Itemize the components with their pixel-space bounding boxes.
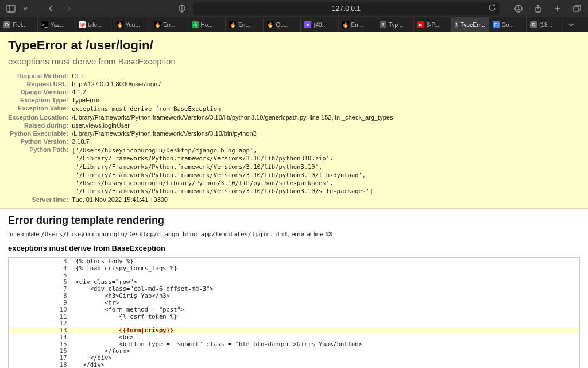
code-content: <form method = "post"> — [72, 306, 579, 313]
tab-label: Err... — [351, 22, 363, 28]
django-error-header: TypeError at /user/login/ exceptions mus… — [0, 32, 588, 209]
template-error-heading: Error during template rendering — [8, 214, 580, 227]
browser-tab[interactable]: 🔥Err... — [150, 17, 188, 32]
page-content[interactable]: TypeError at /user/login/ exceptions mus… — [0, 32, 588, 368]
browser-tab[interactable]: >_Yaz... — [38, 17, 76, 32]
browser-tab[interactable]: 1Typ... — [376, 17, 414, 32]
browser-tab[interactable]: 🔥Qu... — [264, 17, 301, 32]
browser-tab[interactable]: 🐙tale... — [75, 17, 113, 32]
meta-value: ['/Users/huseyincopuroglu/Desktop/django… — [72, 145, 393, 195]
browser-chrome: 127.0.0.1 DFiel...>_Yaz...🐙tale...🔥You..… — [0, 0, 588, 32]
tab-label: Qu... — [276, 22, 289, 28]
code-content: </div> — [72, 361, 579, 368]
line-number: 11 — [9, 313, 72, 320]
line-number: 4 — [9, 264, 72, 271]
code-line: 7 <div class="col-md-6 offset-md-3"> — [9, 285, 579, 292]
tab-overview-button[interactable] — [571, 2, 583, 15]
browser-tab[interactable]: ▶6-P... — [414, 17, 452, 32]
code-content: <br> — [72, 334, 579, 340]
address-text: 127.0.0.1 — [332, 5, 361, 13]
template-info-suffix: , error at line — [288, 231, 325, 237]
template-path: /Users/huseyincopuroglu/Desktop/django-b… — [41, 231, 288, 237]
browser-tab[interactable]: djHo... — [188, 17, 226, 32]
new-tab-button[interactable] — [551, 2, 564, 15]
tab-label: You... — [126, 22, 140, 28]
line-number: 17 — [9, 354, 72, 361]
tab-label: Ho... — [201, 22, 213, 28]
meta-key: Server time: — [8, 195, 72, 204]
browser-tab[interactable]: DFiel... — [0, 17, 38, 32]
code-content: </form> — [72, 347, 579, 354]
browser-tab[interactable]: 🔥You... — [113, 17, 151, 32]
meta-value: exceptions must derive from BaseExceptio… — [72, 104, 393, 113]
meta-row: Exception Location:/Library/Frameworks/P… — [8, 113, 393, 121]
meta-key: Raised during: — [8, 121, 72, 129]
template-error-info: In template /Users/huseyincopuroglu/Desk… — [8, 230, 580, 238]
share-button[interactable] — [532, 2, 544, 15]
meta-row: Django Version:4.1.2 — [8, 88, 393, 96]
browser-tab[interactable]: 1TypeErr... — [451, 17, 489, 32]
meta-row: Python Executable:/Library/Frameworks/Py… — [8, 129, 393, 137]
tab-overflow-button[interactable] — [564, 17, 578, 32]
tab-bar: DFiel...>_Yaz...🐙tale...🔥You...🔥Err...dj… — [0, 17, 588, 32]
downloads-button[interactable] — [512, 2, 525, 15]
tab-favicon: ▶ — [417, 21, 424, 28]
meta-key: Python Executable: — [8, 129, 72, 137]
address-bar[interactable]: 127.0.0.1 — [193, 2, 500, 15]
meta-row: Server time:Tue, 01 Nov 2022 15:41:41 +0… — [8, 195, 393, 204]
svg-rect-0 — [7, 5, 15, 12]
code-line-highlighted: 13 {{form|crispy}} — [9, 327, 579, 334]
tab-favicon: D — [530, 21, 537, 28]
tab-favicon: >_ — [41, 21, 48, 28]
line-number: 10 — [9, 306, 72, 313]
line-number: 6 — [9, 278, 72, 285]
error-subtitle: exceptions must derive from BaseExceptio… — [8, 56, 580, 72]
tab-favicon: 🔥 — [342, 21, 349, 28]
template-error-section: Error during template rendering In templ… — [0, 209, 588, 368]
code-content: {% block body %} — [72, 258, 579, 264]
meta-value: user.views.loginUser — [72, 121, 393, 129]
template-error-message: exceptions must derive from BaseExceptio… — [8, 244, 580, 252]
tab-label: Err... — [163, 22, 175, 28]
line-number: 16 — [9, 347, 72, 354]
tab-label: (40... — [314, 22, 327, 28]
code-content — [72, 320, 579, 327]
line-number: 18 — [9, 361, 72, 368]
browser-tab[interactable]: GGo... — [489, 17, 527, 32]
tab-label: Yaz... — [51, 22, 65, 28]
meta-row: Raised during:user.views.loginUser — [8, 121, 393, 129]
meta-value: Tue, 01 Nov 2022 15:41:41 +0300 — [72, 195, 393, 204]
shield-icon[interactable] — [176, 2, 188, 15]
tab-label: (18... — [539, 22, 552, 28]
line-number: 9 — [9, 299, 72, 306]
tab-favicon: D — [3, 21, 10, 28]
browser-tab[interactable]: 🔥Err... — [339, 17, 377, 32]
line-number: 14 — [9, 334, 72, 340]
code-line: 16 </form> — [9, 347, 579, 354]
forward-button[interactable] — [62, 2, 75, 15]
code-content: {{form|crispy}} — [72, 327, 579, 334]
code-line: 3{% block body %} — [9, 258, 579, 264]
meta-key: Exception Location: — [8, 113, 72, 121]
code-content: </div> — [72, 354, 579, 361]
template-error-line: 13 — [325, 231, 332, 237]
tab-label: Typ... — [389, 22, 403, 28]
code-content: <div class="row"> — [72, 278, 579, 285]
code-content: {% csrf_token %} — [72, 313, 579, 320]
meta-key: Request URL: — [8, 80, 72, 88]
tab-favicon: 🔥 — [229, 21, 236, 28]
back-button[interactable] — [45, 2, 57, 15]
tab-favicon: ● — [304, 21, 311, 28]
line-number: 8 — [9, 292, 72, 299]
sidebar-toggle-button[interactable] — [5, 2, 17, 15]
tab-favicon: G — [493, 21, 500, 28]
line-number: 12 — [9, 320, 72, 327]
meta-key: Request Method: — [8, 72, 72, 80]
tab-favicon: 1 — [455, 21, 458, 28]
browser-tab[interactable]: ●(40... — [301, 17, 339, 32]
browser-tab[interactable]: 🔥Err... — [226, 17, 264, 32]
reload-button[interactable] — [488, 4, 496, 12]
browser-tab[interactable]: D(18... — [527, 17, 564, 32]
meta-key: Python Version: — [8, 137, 72, 145]
toolbar-menu-chevron[interactable] — [22, 2, 29, 15]
